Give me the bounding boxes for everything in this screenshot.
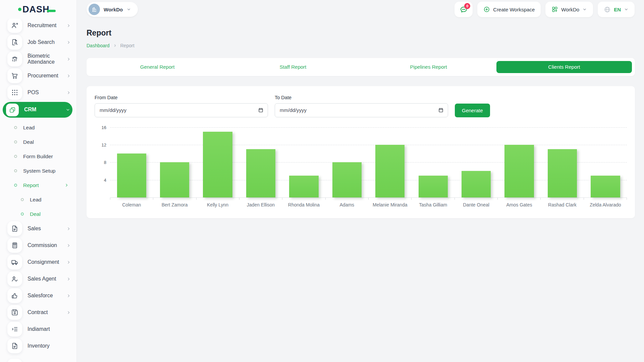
topbar-actions: 0 Create Workspace WorkDo EN (454, 2, 635, 17)
chart-x-labels: ColemanBert ZamoraKelly LynnJaden Elliso… (110, 202, 627, 207)
breadcrumb-current: Report (120, 43, 135, 48)
create-workspace-button[interactable]: Create Workspace (477, 2, 541, 17)
save-icon (7, 305, 22, 320)
chart-axis-tick (197, 198, 239, 200)
chart-x-label: Adams (325, 202, 368, 207)
chart-bar-jaden-ellison (246, 149, 275, 197)
messages-badge: 0 (464, 3, 470, 9)
bullet-icon (14, 126, 17, 129)
chart-bar-melanie-miranda (375, 145, 405, 197)
sidebar-menu: RecruitmentJob SearchBiometric Attendanc… (0, 17, 76, 362)
truck-icon (7, 255, 22, 269)
thumbs-up-icon (7, 288, 22, 303)
sidebar-item-label: Deal (30, 211, 76, 217)
chevron-right-icon (66, 260, 71, 265)
user-plus-icon (7, 18, 22, 33)
clients-bar-chart: 481216 ColemanBert ZamoraKelly LynnJaden… (95, 127, 627, 207)
from-date-label: From Date (95, 95, 268, 100)
bullet-icon (21, 213, 24, 216)
logo-dot-icon (18, 8, 21, 11)
sidebar-item-biometric-attendance[interactable]: Biometric Attendance (0, 52, 73, 66)
chart-bar-slot (412, 127, 454, 197)
sidebar-item-sales[interactable]: Sales (0, 221, 73, 236)
sidebar-item-label: POS (28, 89, 66, 96)
sidebar-item-label: Sales Agent (28, 276, 66, 282)
report-panel: From Date To Date Generate (87, 86, 635, 218)
sidebar-item-label: System Setup (23, 168, 76, 174)
sidebar-item-label: Job Search (28, 39, 66, 45)
chevron-down-icon (65, 107, 70, 112)
tab-pipelines-report[interactable]: Pipelines Report (361, 61, 496, 73)
generate-button[interactable]: Generate (455, 104, 490, 117)
chart-plot-area: 481216 (110, 127, 627, 198)
chart-x-label: Dante Oneal (454, 202, 497, 207)
org-label: WorkDo (561, 7, 579, 12)
chart-bar-kelly-lynn (203, 132, 232, 197)
cart-icon (7, 68, 22, 83)
chart-bar-slot (110, 127, 153, 197)
file-icon (7, 221, 22, 236)
chevron-right-icon (66, 57, 71, 62)
chevron-down-icon (126, 7, 131, 12)
calendar-icon[interactable] (258, 107, 264, 113)
chevron-right-icon (66, 310, 71, 315)
chart-bar-slot (196, 127, 239, 197)
sidebar-item-form-builder[interactable]: Form Builder (0, 149, 76, 164)
sidebar-item-job-search[interactable]: Job Search (0, 35, 73, 50)
page-title: Report (87, 28, 635, 38)
breadcrumb-dashboard-link[interactable]: Dashboard (87, 43, 110, 48)
sidebar-item-deal[interactable]: Deal (0, 135, 76, 149)
sidebar-item-procurement[interactable]: Procurement (0, 68, 73, 83)
filter-form: From Date To Date Generate (95, 95, 627, 117)
chart-axis-tick (412, 198, 454, 200)
sidebar-item-recruitment[interactable]: Recruitment (0, 18, 73, 33)
sidebar-item-sales-agent[interactable]: Sales Agent (0, 272, 73, 286)
sidebar-item-lead[interactable]: Lead (0, 120, 76, 135)
main-content: Report Dashboard Report General ReportSt… (76, 19, 644, 362)
sidebar-item-label: CRM (24, 107, 65, 113)
sidebar-item-label: Recruitment (28, 22, 66, 28)
chart-bar-slot (239, 127, 282, 197)
chevron-right-icon (66, 293, 71, 298)
sidebar-item-label: Procurement (28, 73, 66, 79)
sidebar-item-deal[interactable]: Deal (0, 207, 76, 221)
messages-button[interactable]: 0 (454, 2, 473, 17)
report-tabs: General ReportStaff ReportPipelines Repo… (87, 58, 635, 76)
chart-bar-slot (369, 127, 412, 197)
building-icon (91, 6, 98, 13)
workspace-switcher[interactable]: WorkDo (87, 2, 138, 17)
to-date-input[interactable] (279, 107, 438, 113)
tab-staff-report[interactable]: Staff Report (225, 61, 361, 73)
tab-general-report[interactable]: General Report (90, 61, 225, 73)
chart-bar-rhonda-molina (289, 176, 318, 197)
language-dropdown[interactable]: EN (598, 2, 635, 17)
chart-bar-slot (541, 127, 584, 197)
bullet-icon (14, 184, 17, 187)
sidebar-item-label: Contract (28, 309, 66, 315)
org-dropdown[interactable]: WorkDo (545, 2, 593, 17)
chart-bar-dante-oneal (462, 171, 491, 197)
sidebar-item-report[interactable]: Report (0, 178, 76, 192)
chart-bar-slot (282, 127, 325, 197)
sidebar-item-commission[interactable]: Commission (0, 238, 73, 253)
sidebar-item-consignment[interactable]: Consignment (0, 255, 73, 269)
sidebar-item-contract[interactable]: Contract (0, 305, 73, 320)
chart-bar-rashad-clark (548, 149, 577, 197)
chart-y-tick-label: 8 (104, 160, 106, 165)
chart-y-tick-label: 12 (102, 142, 106, 147)
tab-clients-report[interactable]: Clients Report (496, 61, 632, 73)
sidebar-item-indiamart[interactable]: Indiamart (0, 322, 73, 337)
app-logo[interactable]: DASH (0, 0, 76, 19)
topbar: WorkDo 0 Create Workspace WorkDo (76, 0, 644, 19)
calendar-icon[interactable] (438, 107, 444, 113)
sidebar-item-partial[interactable] (7, 359, 22, 362)
sidebar-item-system-setup[interactable]: System Setup (0, 164, 76, 178)
sidebar-item-crm[interactable]: CRM (3, 102, 72, 118)
sidebar-item-label: Indiamart (28, 326, 73, 332)
chart-axis-tick (498, 198, 541, 200)
from-date-input[interactable] (99, 107, 258, 113)
sidebar-item-lead[interactable]: Lead (0, 192, 76, 207)
sidebar-item-pos[interactable]: POS (0, 85, 73, 100)
sidebar-item-inventory[interactable]: Inventory (0, 339, 73, 353)
sidebar-item-salesforce[interactable]: Salesforce (0, 288, 73, 303)
